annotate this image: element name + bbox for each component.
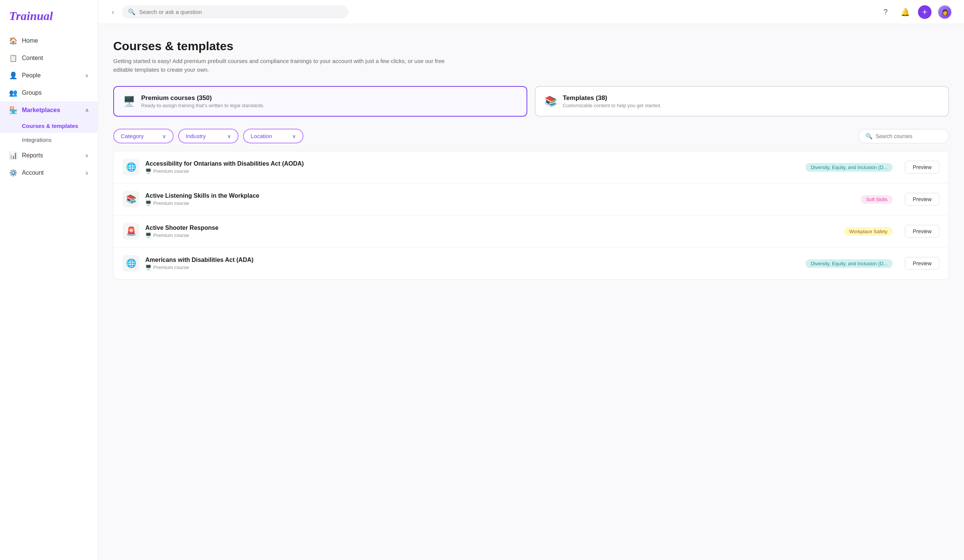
collapse-sidebar-button[interactable]: ‹: [110, 6, 116, 18]
courses-templates-label: Courses & templates: [22, 123, 78, 129]
avatar[interactable]: 👩: [938, 5, 952, 19]
tab-premium-info: Premium courses (350) Ready-to-assign tr…: [141, 94, 265, 108]
account-icon: ⚙️: [9, 169, 17, 177]
sidebar-item-courses-templates[interactable]: Courses & templates: [0, 119, 98, 133]
topbar: ‹ 🔍 ? 🔔 + 👩: [98, 0, 964, 24]
preview-button-3[interactable]: Preview: [905, 225, 940, 238]
sidebar-item-account-label: Account: [22, 169, 44, 176]
sidebar-item-reports-label: Reports: [22, 152, 43, 159]
sidebar-item-home[interactable]: 🏠 Home: [0, 32, 98, 49]
sidebar-item-content-label: Content: [22, 55, 43, 62]
location-filter[interactable]: Location ∨: [243, 129, 303, 143]
sidebar-item-groups[interactable]: 👥 Groups: [0, 84, 98, 101]
sidebar-item-people[interactable]: 👤 People ∨: [0, 67, 98, 84]
preview-button-1[interactable]: Preview: [905, 161, 940, 174]
global-search-bar: 🔍: [122, 5, 348, 18]
category-filter[interactable]: Category ∨: [113, 129, 174, 143]
sidebar-item-marketplaces[interactable]: 🏪 Marketplaces ∧: [0, 101, 98, 119]
tab-premium-title: Premium courses (350): [141, 94, 265, 102]
sidebar-item-home-label: Home: [22, 37, 38, 44]
logo-area: Trainual: [0, 0, 98, 29]
page-title: Courses & templates: [113, 39, 949, 53]
marketplaces-chevron-icon: ∧: [85, 107, 89, 113]
templates-icon: 📚: [545, 96, 557, 107]
topbar-actions: ? 🔔 + 👩: [879, 5, 952, 19]
preview-button-4[interactable]: Preview: [905, 257, 940, 270]
tab-templates-info: Templates (38) Customizable content to h…: [563, 94, 661, 108]
people-icon: 👤: [9, 71, 17, 80]
course-title-4: Americans with Disabilities Act (ADA): [145, 257, 800, 264]
tab-cards: 🖥️ Premium courses (350) Ready-to-assign…: [113, 86, 949, 117]
marketplaces-icon: 🏪: [9, 106, 17, 114]
course-type-4: 🖥️ Premium course: [145, 265, 800, 270]
course-emoji-2: 📚: [123, 191, 139, 208]
table-row: 🚨 Active Shooter Response 🖥️ Premium cou…: [114, 215, 949, 247]
course-title-1: Accessibility for Ontarians with Disabil…: [145, 160, 800, 167]
course-type-icon-3: 🖥️: [145, 233, 151, 238]
table-row: 🌐 Accessibility for Ontarians with Disab…: [114, 151, 949, 183]
search-courses-container: 🔍: [858, 129, 949, 143]
course-type-icon-2: 🖥️: [145, 200, 151, 206]
table-row: 🌐 Americans with Disabilities Act (ADA) …: [114, 247, 949, 279]
sidebar-item-reports[interactable]: 📊 Reports ∨: [0, 147, 98, 164]
sidebar-item-marketplaces-label: Marketplaces: [22, 107, 60, 114]
tab-premium-subtitle: Ready-to-assign training that's written …: [141, 103, 265, 108]
avatar-initials: 👩: [942, 9, 948, 15]
course-info-2: Active Listening Skills in the Workplace…: [145, 192, 855, 206]
course-title-2: Active Listening Skills in the Workplace: [145, 192, 855, 199]
add-button[interactable]: +: [918, 5, 931, 19]
tab-templates-subtitle: Customizable content to help you get sta…: [563, 103, 661, 108]
help-button[interactable]: ?: [879, 5, 892, 19]
global-search-input[interactable]: [139, 9, 342, 15]
course-info-3: Active Shooter Response 🖥️ Premium cours…: [145, 225, 838, 238]
app-logo: Trainual: [9, 9, 89, 23]
sidebar-item-integrations[interactable]: Integrations: [0, 133, 98, 147]
course-badge-1: Diversity, Equity, and Inclusion (D...: [806, 163, 893, 172]
account-chevron-icon: ∨: [85, 170, 89, 176]
search-courses-input[interactable]: [876, 133, 942, 139]
course-badge-2: Soft Skills: [861, 195, 893, 204]
course-type-1: 🖥️ Premium course: [145, 168, 800, 174]
tab-templates-title: Templates (38): [563, 94, 661, 102]
tab-premium-courses[interactable]: 🖥️ Premium courses (350) Ready-to-assign…: [113, 86, 527, 117]
people-chevron-icon: ∨: [85, 72, 89, 78]
course-title-3: Active Shooter Response: [145, 225, 838, 231]
course-type-icon-1: 🖥️: [145, 168, 151, 174]
home-icon: 🏠: [9, 37, 17, 45]
industry-filter-label: Industry: [186, 133, 206, 139]
preview-button-2[interactable]: Preview: [905, 193, 940, 206]
category-filter-label: Category: [121, 133, 144, 139]
course-type-3: 🖥️ Premium course: [145, 233, 838, 238]
content-area: Courses & templates Getting started is e…: [98, 24, 964, 560]
integrations-label: Integrations: [22, 137, 51, 143]
course-emoji-1: 🌐: [123, 159, 139, 176]
location-chevron-icon: ∨: [292, 133, 296, 139]
course-type-2: 🖥️ Premium course: [145, 200, 855, 206]
content-icon: 📋: [9, 54, 17, 62]
category-chevron-icon: ∨: [162, 133, 166, 139]
location-filter-label: Location: [251, 133, 272, 139]
industry-filter[interactable]: Industry ∨: [178, 129, 239, 143]
groups-icon: 👥: [9, 89, 17, 97]
search-icon: 🔍: [128, 8, 135, 15]
sidebar-item-people-label: People: [22, 72, 41, 79]
course-type-icon-4: 🖥️: [145, 265, 151, 270]
course-info-4: Americans with Disabilities Act (ADA) 🖥️…: [145, 257, 800, 270]
reports-chevron-icon: ∨: [85, 153, 89, 158]
sidebar-nav: 🏠 Home 📋 Content 👤 People ∨ 👥 Groups 🏪 M…: [0, 29, 98, 184]
sidebar-item-groups-label: Groups: [22, 90, 42, 96]
tab-templates[interactable]: 📚 Templates (38) Customizable content to…: [535, 86, 949, 117]
search-courses-icon: 🔍: [865, 133, 873, 140]
page-subtitle: Getting started is easy! Add premium pre…: [113, 57, 453, 74]
reports-icon: 📊: [9, 151, 17, 160]
filters-row: Category ∨ Industry ∨ Location ∨ 🔍: [113, 129, 949, 143]
industry-chevron-icon: ∨: [227, 133, 231, 139]
notifications-button[interactable]: 🔔: [898, 5, 912, 19]
course-emoji-4: 🌐: [123, 255, 139, 272]
sidebar-item-account[interactable]: ⚙️ Account ∨: [0, 164, 98, 182]
table-row: 📚 Active Listening Skills in the Workpla…: [114, 183, 949, 215]
main-area: ‹ 🔍 ? 🔔 + 👩 Courses & templates Getting …: [98, 0, 964, 560]
course-list: 🌐 Accessibility for Ontarians with Disab…: [113, 151, 949, 280]
sidebar-item-content[interactable]: 📋 Content: [0, 49, 98, 67]
premium-courses-icon: 🖥️: [123, 96, 135, 107]
